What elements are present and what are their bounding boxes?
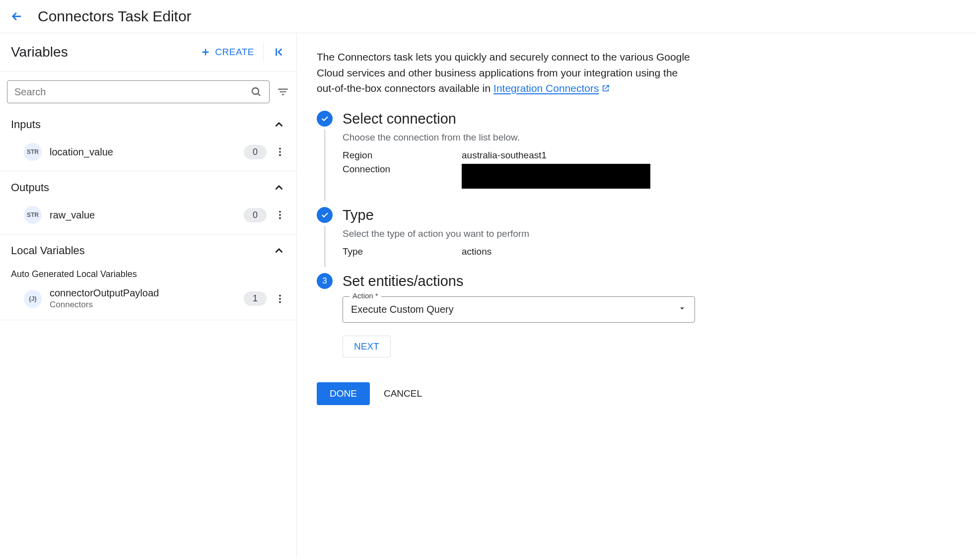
dropdown-arrow-icon (678, 304, 687, 315)
svg-point-7 (279, 294, 281, 296)
variable-name: raw_value (50, 210, 236, 221)
variable-row[interactable]: {J} connectorOutputPayload Connectors 1 (0, 282, 296, 315)
connection-value-redacted (462, 164, 650, 189)
type-badge: STR (24, 143, 42, 161)
step3-title: Set entities/actions (343, 273, 956, 289)
inputs-title: Inputs (11, 118, 41, 131)
local-section-header[interactable]: Local Variables (0, 237, 296, 264)
variable-row[interactable]: STR location_value 0 (0, 138, 296, 166)
step-complete-icon (317, 207, 333, 223)
more-icon[interactable] (275, 293, 285, 304)
region-label: Region (343, 150, 462, 161)
variable-name: connectorOutputPayload (50, 287, 236, 299)
step2-title: Type (343, 207, 956, 223)
outputs-title: Outputs (11, 181, 49, 194)
svg-point-1 (279, 148, 281, 150)
inputs-section-header[interactable]: Inputs (0, 111, 296, 138)
svg-point-2 (279, 151, 281, 153)
step-number: 3 (317, 273, 333, 289)
filter-icon[interactable] (277, 85, 289, 98)
search-icon (250, 86, 262, 98)
done-button[interactable]: DONE (317, 382, 370, 405)
svg-point-6 (279, 217, 281, 219)
integration-connectors-link[interactable]: Integration Connectors (493, 82, 599, 94)
search-box[interactable] (7, 80, 270, 103)
action-field-label: Action * (349, 291, 381, 300)
svg-point-3 (279, 154, 281, 156)
collapse-panel-icon[interactable] (273, 46, 285, 59)
more-icon[interactable] (275, 146, 285, 157)
variable-name: location_value (50, 146, 236, 158)
create-label: CREATE (215, 47, 254, 58)
usage-count: 0 (244, 208, 267, 222)
local-subheader: Auto Generated Local Variables (0, 264, 296, 282)
svg-point-9 (279, 301, 281, 303)
region-value: australia-southeast1 (462, 150, 956, 161)
outputs-section-header[interactable]: Outputs (0, 174, 296, 201)
svg-point-8 (279, 298, 281, 300)
step2-subtitle: Select the type of action you want to pe… (343, 228, 956, 239)
type-badge: STR (24, 206, 42, 224)
usage-count: 1 (244, 291, 267, 306)
chevron-up-icon (273, 244, 285, 257)
create-button[interactable]: CREATE (200, 47, 254, 58)
svg-point-5 (279, 214, 281, 216)
divider (263, 42, 264, 62)
variable-subtext: Connectors (50, 300, 236, 310)
svg-point-0 (252, 88, 259, 94)
variables-sidebar: Variables CREATE (0, 33, 297, 558)
local-title: Local Variables (11, 244, 85, 257)
chevron-up-icon (273, 181, 285, 194)
step1-title: Select connection (343, 111, 956, 127)
type-badge: {J} (24, 290, 42, 308)
app-header: Connectors Task Editor (0, 0, 976, 33)
type-value: actions (462, 246, 956, 257)
cancel-button[interactable]: CANCEL (384, 388, 422, 399)
intro-text: The Connectors task lets you quickly and… (317, 49, 694, 97)
step1-subtitle: Choose the connection from the list belo… (343, 132, 956, 143)
variable-row[interactable]: STR raw_value 0 (0, 201, 296, 229)
connection-label: Connection (343, 164, 462, 191)
sidebar-title: Variables (11, 44, 68, 60)
step-complete-icon (317, 111, 333, 127)
svg-point-4 (279, 211, 281, 213)
next-button[interactable]: NEXT (343, 336, 391, 357)
usage-count: 0 (244, 145, 267, 159)
external-link-icon (601, 83, 610, 95)
editor-content: The Connectors task lets you quickly and… (297, 33, 976, 558)
search-input[interactable] (14, 86, 250, 98)
back-arrow-icon[interactable] (10, 9, 24, 23)
chevron-up-icon (273, 118, 285, 131)
more-icon[interactable] (275, 210, 285, 220)
action-select-value: Execute Custom Query (351, 304, 454, 315)
page-title: Connectors Task Editor (38, 8, 192, 25)
action-select[interactable]: Execute Custom Query (343, 296, 695, 323)
type-label: Type (343, 246, 462, 257)
